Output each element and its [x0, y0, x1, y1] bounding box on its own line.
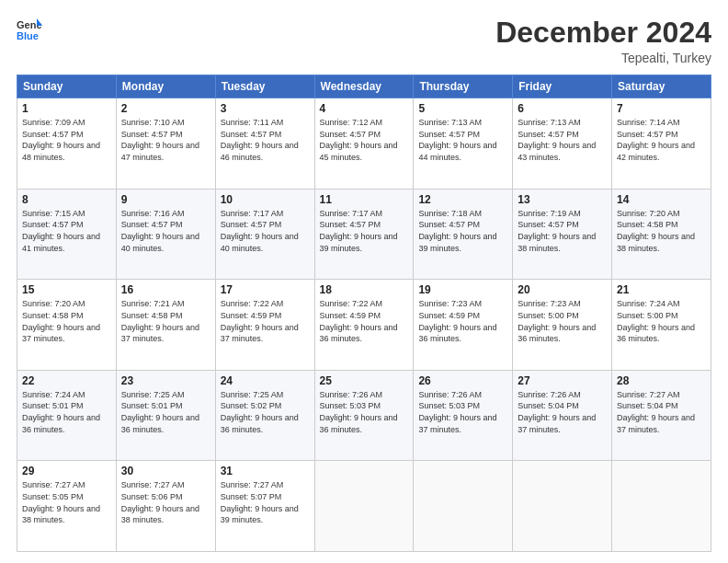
day-number: 18 — [320, 283, 409, 296]
day-number: 1 — [22, 102, 111, 115]
day-info: Sunrise: 7:13 AMSunset: 4:57 PMDaylight:… — [518, 118, 596, 162]
day-info: Sunrise: 7:21 AMSunset: 4:58 PMDaylight:… — [121, 299, 199, 343]
day-number: 23 — [121, 374, 210, 387]
header-wednesday: Wednesday — [314, 75, 414, 98]
day-number: 16 — [121, 283, 210, 296]
svg-text:Blue: Blue — [17, 30, 39, 41]
day-number: 22 — [22, 374, 111, 387]
page: General Blue December 2024 Tepealti, Tur… — [0, 0, 728, 563]
day-number: 19 — [418, 283, 507, 296]
calendar-cell: 23Sunrise: 7:25 AMSunset: 5:01 PMDayligh… — [116, 370, 215, 461]
day-number: 21 — [617, 283, 706, 296]
calendar-cell: 3Sunrise: 7:11 AMSunset: 4:57 PMDaylight… — [215, 98, 314, 190]
day-number: 17 — [221, 283, 310, 296]
calendar-cell: 4Sunrise: 7:12 AMSunset: 4:57 PMDaylight… — [314, 98, 414, 190]
day-info: Sunrise: 7:19 AMSunset: 4:57 PMDaylight:… — [518, 209, 596, 253]
day-info: Sunrise: 7:20 AMSunset: 4:58 PMDaylight:… — [617, 209, 695, 253]
header-sunday: Sunday — [17, 75, 117, 98]
header-row: Sunday Monday Tuesday Wednesday Thursday… — [17, 75, 711, 98]
main-title: December 2024 — [495, 17, 711, 49]
header-tuesday: Tuesday — [215, 75, 314, 98]
calendar-cell: 31Sunrise: 7:27 AMSunset: 5:07 PMDayligh… — [215, 461, 314, 552]
week-row-5: 29Sunrise: 7:27 AMSunset: 5:05 PMDayligh… — [17, 461, 711, 552]
day-info: Sunrise: 7:14 AMSunset: 4:57 PMDaylight:… — [617, 118, 695, 162]
calendar-cell: 25Sunrise: 7:26 AMSunset: 5:03 PMDayligh… — [314, 370, 414, 461]
logo: General Blue — [17, 17, 42, 42]
week-row-4: 22Sunrise: 7:24 AMSunset: 5:01 PMDayligh… — [17, 370, 711, 461]
calendar-cell: 29Sunrise: 7:27 AMSunset: 5:05 PMDayligh… — [17, 461, 117, 552]
calendar-cell: 14Sunrise: 7:20 AMSunset: 4:58 PMDayligh… — [612, 189, 711, 280]
day-number: 25 — [320, 374, 409, 387]
day-number: 7 — [617, 102, 706, 115]
day-info: Sunrise: 7:22 AMSunset: 4:59 PMDaylight:… — [320, 299, 398, 343]
day-number: 14 — [617, 193, 706, 206]
calendar-cell: 2Sunrise: 7:10 AMSunset: 4:57 PMDaylight… — [116, 98, 215, 190]
header-saturday: Saturday — [612, 75, 711, 98]
day-number: 28 — [617, 374, 706, 387]
calendar-cell: 6Sunrise: 7:13 AMSunset: 4:57 PMDaylight… — [513, 98, 612, 190]
title-block: December 2024 Tepealti, Turkey — [495, 17, 711, 65]
calendar-cell: 19Sunrise: 7:23 AMSunset: 4:59 PMDayligh… — [414, 280, 513, 371]
calendar-cell — [612, 461, 711, 552]
day-info: Sunrise: 7:10 AMSunset: 4:57 PMDaylight:… — [121, 118, 199, 162]
day-info: Sunrise: 7:13 AMSunset: 4:57 PMDaylight:… — [418, 118, 496, 162]
day-number: 31 — [221, 465, 310, 477]
calendar-cell: 22Sunrise: 7:24 AMSunset: 5:01 PMDayligh… — [17, 370, 117, 461]
day-info: Sunrise: 7:20 AMSunset: 4:58 PMDaylight:… — [22, 299, 100, 343]
day-number: 10 — [221, 193, 310, 206]
calendar-cell: 13Sunrise: 7:19 AMSunset: 4:57 PMDayligh… — [513, 189, 612, 280]
header-monday: Monday — [116, 75, 215, 98]
logo-icon: General Blue — [17, 17, 42, 42]
day-info: Sunrise: 7:23 AMSunset: 5:00 PMDaylight:… — [518, 299, 596, 343]
day-number: 27 — [518, 374, 607, 387]
calendar-cell: 27Sunrise: 7:26 AMSunset: 5:04 PMDayligh… — [513, 370, 612, 461]
day-info: Sunrise: 7:24 AMSunset: 5:00 PMDaylight:… — [617, 299, 695, 343]
day-info: Sunrise: 7:17 AMSunset: 4:57 PMDaylight:… — [320, 209, 398, 253]
subtitle: Tepealti, Turkey — [495, 51, 711, 65]
day-number: 15 — [22, 283, 111, 296]
day-info: Sunrise: 7:18 AMSunset: 4:57 PMDaylight:… — [418, 209, 496, 253]
calendar-cell: 18Sunrise: 7:22 AMSunset: 4:59 PMDayligh… — [314, 280, 414, 371]
calendar-cell — [414, 461, 513, 552]
day-number: 24 — [221, 374, 310, 387]
day-info: Sunrise: 7:26 AMSunset: 5:04 PMDaylight:… — [518, 390, 596, 434]
day-info: Sunrise: 7:25 AMSunset: 5:01 PMDaylight:… — [121, 390, 199, 434]
day-number: 6 — [518, 102, 607, 115]
header: General Blue December 2024 Tepealti, Tur… — [17, 17, 711, 65]
calendar-cell: 20Sunrise: 7:23 AMSunset: 5:00 PMDayligh… — [513, 280, 612, 371]
day-number: 20 — [518, 283, 607, 296]
calendar-cell: 24Sunrise: 7:25 AMSunset: 5:02 PMDayligh… — [215, 370, 314, 461]
day-info: Sunrise: 7:12 AMSunset: 4:57 PMDaylight:… — [320, 118, 398, 162]
day-number: 30 — [121, 465, 210, 477]
day-number: 12 — [418, 193, 507, 206]
calendar-cell: 26Sunrise: 7:26 AMSunset: 5:03 PMDayligh… — [414, 370, 513, 461]
day-number: 13 — [518, 193, 607, 206]
day-info: Sunrise: 7:15 AMSunset: 4:57 PMDaylight:… — [22, 209, 100, 253]
day-info: Sunrise: 7:24 AMSunset: 5:01 PMDaylight:… — [22, 390, 100, 434]
day-info: Sunrise: 7:09 AMSunset: 4:57 PMDaylight:… — [22, 118, 100, 162]
calendar-cell: 28Sunrise: 7:27 AMSunset: 5:04 PMDayligh… — [612, 370, 711, 461]
week-row-3: 15Sunrise: 7:20 AMSunset: 4:58 PMDayligh… — [17, 280, 711, 371]
calendar-cell: 10Sunrise: 7:17 AMSunset: 4:57 PMDayligh… — [215, 189, 314, 280]
calendar-cell: 5Sunrise: 7:13 AMSunset: 4:57 PMDaylight… — [414, 98, 513, 190]
header-friday: Friday — [513, 75, 612, 98]
header-thursday: Thursday — [414, 75, 513, 98]
calendar-cell: 16Sunrise: 7:21 AMSunset: 4:58 PMDayligh… — [116, 280, 215, 371]
calendar-cell: 15Sunrise: 7:20 AMSunset: 4:58 PMDayligh… — [17, 280, 117, 371]
calendar-cell: 8Sunrise: 7:15 AMSunset: 4:57 PMDaylight… — [17, 189, 117, 280]
day-number: 11 — [320, 193, 409, 206]
calendar-cell: 7Sunrise: 7:14 AMSunset: 4:57 PMDaylight… — [612, 98, 711, 190]
day-number: 29 — [22, 465, 111, 477]
calendar-cell: 9Sunrise: 7:16 AMSunset: 4:57 PMDaylight… — [116, 189, 215, 280]
day-number: 2 — [121, 102, 210, 115]
day-number: 3 — [221, 102, 310, 115]
day-number: 5 — [418, 102, 507, 115]
calendar-cell: 21Sunrise: 7:24 AMSunset: 5:00 PMDayligh… — [612, 280, 711, 371]
calendar-cell: 12Sunrise: 7:18 AMSunset: 4:57 PMDayligh… — [414, 189, 513, 280]
day-info: Sunrise: 7:27 AMSunset: 5:05 PMDaylight:… — [22, 480, 100, 524]
week-row-1: 1Sunrise: 7:09 AMSunset: 4:57 PMDaylight… — [17, 98, 711, 190]
day-info: Sunrise: 7:27 AMSunset: 5:06 PMDaylight:… — [121, 480, 199, 524]
calendar-table: Sunday Monday Tuesday Wednesday Thursday… — [17, 75, 711, 552]
day-number: 9 — [121, 193, 210, 206]
day-number: 4 — [320, 102, 409, 115]
